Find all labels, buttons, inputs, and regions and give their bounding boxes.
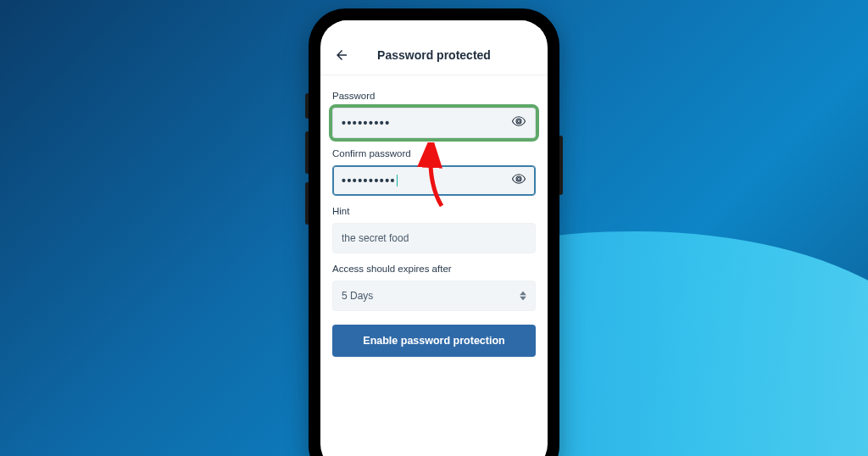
stepper-icon bbox=[520, 292, 526, 301]
phone-frame: Password protected Password ••••••••• bbox=[309, 8, 559, 456]
phone-side-button bbox=[305, 182, 309, 225]
password-label: Password bbox=[332, 91, 536, 101]
phone-side-button bbox=[305, 131, 309, 174]
eye-icon bbox=[511, 114, 526, 129]
cta-label: Enable password protection bbox=[363, 335, 504, 347]
expiry-label: Access should expires after bbox=[332, 264, 536, 274]
toggle-password-visibility[interactable] bbox=[511, 114, 526, 132]
password-field[interactable]: ••••••••• bbox=[332, 108, 536, 138]
text-cursor bbox=[397, 175, 398, 186]
expiry-select[interactable]: 5 Days bbox=[332, 281, 536, 311]
screen-header: Password protected bbox=[320, 41, 548, 75]
chevron-down-icon bbox=[520, 297, 526, 301]
toggle-confirm-visibility[interactable] bbox=[511, 171, 526, 190]
notch-area bbox=[320, 20, 548, 41]
form-content: Password ••••••••• Confirm password bbox=[320, 75, 548, 369]
phone-side-button bbox=[305, 93, 309, 119]
phone-side-button bbox=[559, 136, 563, 195]
eye-icon bbox=[511, 171, 526, 186]
enable-protection-button[interactable]: Enable password protection bbox=[332, 325, 536, 357]
hint-field[interactable]: the secret food bbox=[332, 223, 536, 253]
phone-screen: Password protected Password ••••••••• bbox=[320, 20, 548, 456]
hint-label: Hint bbox=[332, 206, 536, 216]
confirm-password-field[interactable]: •••••••••• bbox=[332, 165, 536, 196]
password-value: ••••••••• bbox=[342, 116, 391, 130]
confirm-password-value: •••••••••• bbox=[342, 174, 396, 187]
hint-value: the secret food bbox=[342, 232, 409, 244]
expiry-value: 5 Days bbox=[342, 290, 373, 302]
page-title: Password protected bbox=[332, 48, 536, 62]
chevron-up-icon bbox=[520, 292, 526, 296]
background: Password protected Password ••••••••• bbox=[0, 0, 868, 456]
confirm-password-label: Confirm password bbox=[332, 148, 536, 158]
